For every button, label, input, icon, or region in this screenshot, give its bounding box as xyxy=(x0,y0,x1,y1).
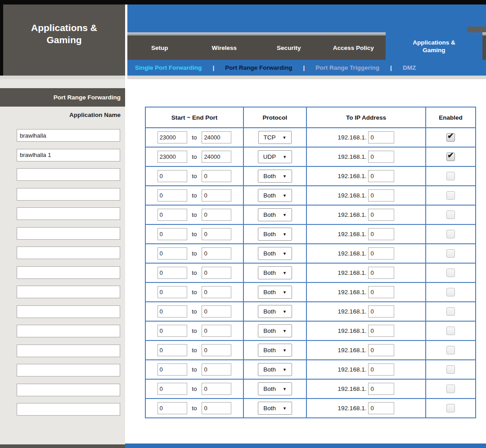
subnav-single-port-forwarding[interactable]: Single Port Forwarding xyxy=(135,64,202,71)
start-port-input[interactable] xyxy=(158,325,187,337)
protocol-select[interactable]: Both ▼ xyxy=(258,247,292,260)
ip-host-input[interactable] xyxy=(368,383,394,395)
tab-access-policy[interactable]: Access Policy xyxy=(321,36,386,60)
tab-security[interactable]: Security xyxy=(256,36,321,60)
ip-host-input[interactable] xyxy=(368,209,394,221)
start-port-input[interactable] xyxy=(158,209,187,221)
enabled-checkbox[interactable]: ✔ xyxy=(446,327,455,335)
enabled-checkbox[interactable]: ✔ xyxy=(446,191,455,200)
application-name-input[interactable] xyxy=(17,227,120,240)
protocol-select[interactable]: Both ▼ xyxy=(258,324,292,337)
start-port-input[interactable] xyxy=(158,305,187,318)
ip-host-input[interactable] xyxy=(368,344,394,356)
start-port-input[interactable] xyxy=(158,363,187,376)
subnav-port-range-forwarding[interactable]: Port Range Forwarding xyxy=(225,64,292,71)
enabled-checkbox[interactable]: ✔ xyxy=(446,133,455,142)
protocol-select[interactable]: Both ▼ xyxy=(258,228,292,241)
start-port-input[interactable] xyxy=(158,247,187,260)
tab-setup[interactable]: Setup xyxy=(127,36,192,60)
ip-host-input[interactable] xyxy=(368,131,394,143)
tab-applications-gaming[interactable]: Applications & Gaming xyxy=(386,32,482,60)
end-port-input[interactable] xyxy=(202,383,231,395)
ip-host-input[interactable] xyxy=(368,267,394,279)
enabled-checkbox[interactable]: ✔ xyxy=(446,269,455,277)
application-name-input[interactable] xyxy=(17,403,120,416)
application-name-input[interactable] xyxy=(17,266,120,279)
protocol-select[interactable]: Both ▼ xyxy=(258,208,292,221)
end-port-input[interactable] xyxy=(202,189,231,202)
application-name-input[interactable] xyxy=(17,188,120,201)
end-port-input[interactable] xyxy=(202,267,231,279)
end-port-input[interactable] xyxy=(202,247,231,260)
end-port-input[interactable] xyxy=(202,209,231,221)
enabled-checkbox[interactable]: ✔ xyxy=(446,404,455,412)
enabled-checkbox[interactable]: ✔ xyxy=(446,152,455,161)
application-name-input[interactable] xyxy=(17,305,120,318)
ip-host-input[interactable] xyxy=(368,151,394,163)
end-port-input[interactable] xyxy=(202,151,231,163)
application-name-input[interactable] xyxy=(17,168,120,181)
start-port-input[interactable] xyxy=(158,170,187,182)
subnav-port-range-triggering[interactable]: Port Range Triggering xyxy=(315,64,379,71)
ip-host-input[interactable] xyxy=(368,170,394,182)
protocol-select[interactable]: Both ▼ xyxy=(258,170,292,183)
start-port-input[interactable] xyxy=(158,131,187,143)
start-port-input[interactable] xyxy=(158,286,187,298)
enabled-checkbox[interactable]: ✔ xyxy=(446,211,455,219)
end-port-input[interactable] xyxy=(202,228,231,240)
start-port-input[interactable] xyxy=(158,228,187,240)
application-name-input[interactable] xyxy=(17,364,120,376)
protocol-select[interactable]: Both ▼ xyxy=(258,286,292,299)
enabled-checkbox[interactable]: ✔ xyxy=(446,385,455,393)
ip-host-input[interactable] xyxy=(368,228,394,240)
application-name-input[interactable] xyxy=(17,149,120,161)
ip-prefix: 192.168.1. xyxy=(338,385,367,392)
start-port-input[interactable] xyxy=(158,402,187,414)
protocol-select[interactable]: UDP ▼ xyxy=(258,150,292,163)
start-port-input[interactable] xyxy=(158,383,187,395)
protocol-select[interactable]: TCP ▼ xyxy=(258,131,292,144)
protocol-select[interactable]: Both ▼ xyxy=(258,382,292,395)
ip-host-input[interactable] xyxy=(368,402,394,414)
start-port-input[interactable] xyxy=(158,189,187,202)
enabled-checkbox[interactable]: ✔ xyxy=(446,365,455,374)
ip-host-input[interactable] xyxy=(368,325,394,337)
ip-host-input[interactable] xyxy=(368,363,394,376)
enabled-checkbox[interactable]: ✔ xyxy=(446,307,455,316)
protocol-select[interactable]: Both ▼ xyxy=(258,363,292,376)
protocol-select[interactable]: Both ▼ xyxy=(258,402,292,415)
ip-host-input[interactable] xyxy=(368,305,394,318)
subnav-dmz[interactable]: DMZ xyxy=(403,64,416,71)
application-name-input[interactable] xyxy=(17,207,120,220)
application-name-input[interactable] xyxy=(17,246,120,259)
enabled-checkbox[interactable]: ✔ xyxy=(446,249,455,258)
end-port-input[interactable] xyxy=(202,170,231,182)
end-port-input[interactable] xyxy=(202,325,231,337)
start-port-input[interactable] xyxy=(158,344,187,356)
ip-host-input[interactable] xyxy=(368,286,394,298)
application-name-input[interactable] xyxy=(17,286,120,298)
start-port-input[interactable] xyxy=(158,267,187,279)
end-port-input[interactable] xyxy=(202,305,231,318)
enabled-checkbox[interactable]: ✔ xyxy=(446,230,455,238)
end-port-input[interactable] xyxy=(202,286,231,298)
application-name-input[interactable] xyxy=(17,325,120,337)
enabled-checkbox[interactable]: ✔ xyxy=(446,288,455,296)
protocol-select[interactable]: Both ▼ xyxy=(258,189,292,202)
enabled-checkbox[interactable]: ✔ xyxy=(446,172,455,180)
protocol-select[interactable]: Both ▼ xyxy=(258,305,292,318)
enabled-checkbox[interactable]: ✔ xyxy=(446,346,455,354)
ip-host-input[interactable] xyxy=(368,189,394,202)
protocol-select[interactable]: Both ▼ xyxy=(258,344,292,357)
start-port-input[interactable] xyxy=(158,151,187,163)
application-name-input[interactable] xyxy=(17,129,120,142)
end-port-input[interactable] xyxy=(202,131,231,143)
application-name-input[interactable] xyxy=(17,345,120,357)
protocol-select[interactable]: Both ▼ xyxy=(258,266,292,279)
tab-wireless[interactable]: Wireless xyxy=(192,36,257,60)
end-port-input[interactable] xyxy=(202,402,231,414)
end-port-input[interactable] xyxy=(202,363,231,376)
ip-host-input[interactable] xyxy=(368,247,394,260)
application-name-input[interactable] xyxy=(17,384,120,396)
end-port-input[interactable] xyxy=(202,344,231,356)
